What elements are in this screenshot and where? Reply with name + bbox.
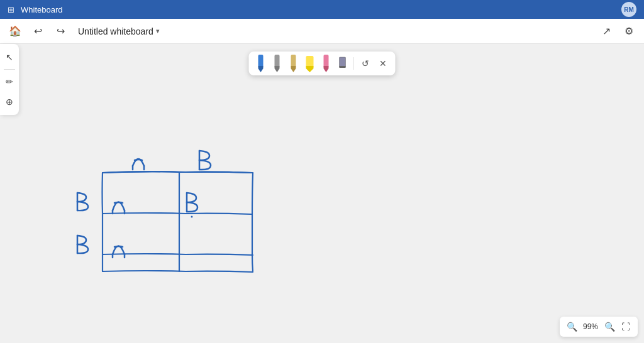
left-sidebar: ↖ ✏ ⊕: [0, 44, 19, 115]
avatar: RM: [621, 2, 636, 17]
svg-rect-16: [340, 57, 346, 67]
svg-marker-9: [291, 68, 296, 72]
pen-gray-item[interactable]: [270, 55, 284, 72]
chevron-down-icon: ▾: [156, 27, 160, 35]
add-tool-button[interactable]: ⊕: [1, 94, 18, 110]
svg-rect-8: [291, 66, 296, 68]
undo-button[interactable]: ↩: [28, 21, 48, 41]
svg-marker-15: [324, 68, 329, 72]
zoom-in-button[interactable]: 🔍: [602, 320, 616, 334]
zoom-level-label: 99%: [581, 322, 600, 331]
pen-blue-item[interactable]: [254, 55, 268, 72]
highlighter-yellow-item[interactable]: [303, 55, 317, 72]
select-tool-button[interactable]: ↖: [1, 49, 18, 65]
svg-rect-17: [340, 66, 346, 68]
svg-rect-10: [306, 56, 314, 67]
color-toolbar-divider: [353, 57, 354, 70]
zoom-out-button[interactable]: 🔍: [565, 320, 579, 334]
zoom-bar: 🔍 99% 🔍 ⛶: [560, 317, 638, 337]
pen-yellow-item[interactable]: [287, 55, 301, 72]
whiteboard-canvas[interactable]: [0, 44, 644, 343]
svg-rect-11: [306, 66, 314, 68]
svg-rect-2: [258, 66, 264, 68]
settings-button[interactable]: ⚙: [619, 21, 639, 41]
svg-marker-6: [275, 68, 280, 72]
svg-marker-3: [258, 68, 264, 72]
svg-rect-14: [324, 66, 329, 68]
title-bar: ⊞ Whiteboard RM: [0, 0, 644, 19]
color-toolbar: ↺ ✕: [249, 52, 396, 75]
svg-rect-5: [275, 66, 280, 68]
svg-marker-12: [306, 68, 314, 72]
close-toolbar-button[interactable]: ✕: [375, 56, 391, 71]
svg-rect-4: [275, 55, 280, 67]
top-toolbar: 🏠 ↩ ↪ Untitled whiteboard ▾ ↗ ⚙: [0, 19, 644, 44]
pen-tool-button[interactable]: ✏: [1, 74, 18, 90]
canvas-area[interactable]: [0, 44, 644, 343]
whiteboard-title: Untitled whiteboard: [78, 26, 153, 36]
share-button[interactable]: ↗: [596, 21, 616, 41]
svg-rect-1: [258, 55, 264, 67]
svg-point-0: [191, 216, 193, 218]
svg-rect-13: [324, 55, 329, 67]
svg-rect-7: [291, 55, 296, 67]
redo-button[interactable]: ↪: [50, 21, 70, 41]
app-title: Whiteboard: [21, 5, 62, 14]
undo-circle-button[interactable]: ↺: [358, 56, 373, 71]
fit-screen-button[interactable]: ⛶: [619, 320, 633, 334]
grid-icon: ⊞: [8, 5, 14, 14]
pen-pink-item[interactable]: [319, 55, 333, 72]
sidebar-divider: [4, 69, 15, 70]
pen-dark-item[interactable]: [336, 55, 350, 72]
home-button[interactable]: 🏠: [5, 21, 25, 41]
